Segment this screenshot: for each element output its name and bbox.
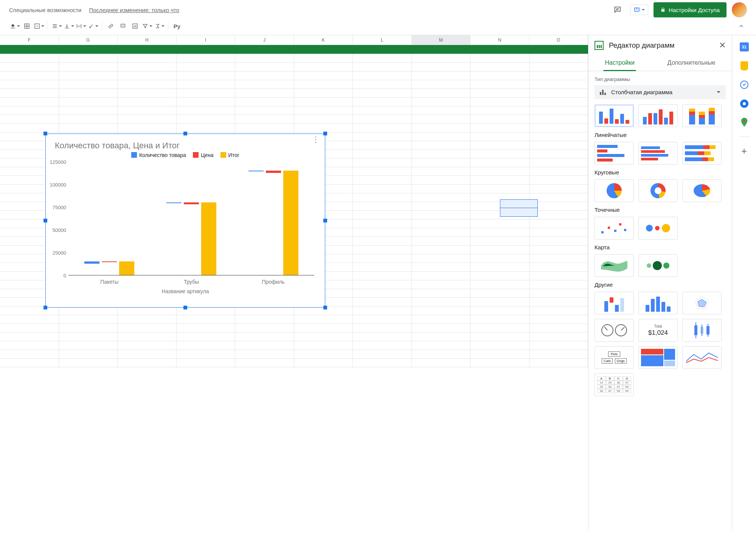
charttype-grouped-column[interactable] xyxy=(638,104,678,127)
present-button[interactable] xyxy=(630,5,648,15)
add-addon-icon[interactable]: + xyxy=(739,146,749,156)
rotate-text-button[interactable] xyxy=(87,20,99,32)
section-map: Карта xyxy=(595,244,726,250)
insert-chart-button[interactable] xyxy=(129,20,141,32)
charttype-timeline[interactable] xyxy=(682,346,722,369)
chart-plot: 0250005000075000100000125000ПакетыТрубыП… xyxy=(68,162,314,275)
charttype-org[interactable]: Pets Cats Dogs xyxy=(595,346,634,369)
charttype-stacked-bar[interactable] xyxy=(682,142,722,165)
resize-handle[interactable] xyxy=(43,306,47,309)
charttype-donut[interactable] xyxy=(638,179,678,202)
share-button[interactable]: Настройки Доступа xyxy=(654,2,727,17)
charttype-3d-pie[interactable] xyxy=(682,179,722,202)
column-header[interactable]: J xyxy=(235,35,294,45)
charttype-candlestick[interactable] xyxy=(682,319,722,342)
h-align-button[interactable] xyxy=(51,20,62,32)
tab-setup[interactable]: Настройки xyxy=(603,56,636,71)
column-header[interactable]: N xyxy=(470,35,529,45)
org-child: Dogs xyxy=(615,358,627,364)
input-tools-button[interactable]: Ру xyxy=(171,20,183,32)
column-header[interactable]: F xyxy=(0,35,59,45)
chart-type-label: Тип диаграммы xyxy=(595,76,726,82)
svg-point-7 xyxy=(743,120,745,122)
org-child: Cats xyxy=(602,358,613,364)
scorecard-value: $1,024 xyxy=(648,329,668,337)
legend-item: Итог xyxy=(220,152,239,158)
resize-handle[interactable] xyxy=(183,132,187,135)
chart-type-select[interactable]: Столбчатая диаграмма xyxy=(595,85,726,99)
chart-editor-panel: Редактор диаграмм ✕ Настройки Дополнител… xyxy=(588,35,732,531)
section-other: Другие xyxy=(595,281,726,288)
borders-button[interactable] xyxy=(21,20,33,32)
keep-icon[interactable] xyxy=(739,61,749,71)
charttype-bar[interactable] xyxy=(595,142,634,165)
charttype-geo[interactable] xyxy=(595,254,634,277)
chart-menu-icon[interactable]: ⋮ xyxy=(312,138,320,141)
charttype-scorecard[interactable]: Total $1,024 xyxy=(638,319,678,342)
charttype-gauge[interactable] xyxy=(595,319,634,342)
org-root: Pets xyxy=(608,351,620,357)
column-header[interactable]: K xyxy=(294,35,353,45)
caret-down-icon xyxy=(642,9,645,12)
last-edit-link[interactable]: Последнее изменение: только что xyxy=(89,7,180,13)
comments-icon[interactable] xyxy=(610,3,625,17)
resize-handle[interactable] xyxy=(323,306,327,309)
chart-type-value: Столбчатая диаграмма xyxy=(611,89,672,95)
resize-handle[interactable] xyxy=(43,219,47,222)
charttype-pie[interactable] xyxy=(595,179,634,202)
svg-marker-6 xyxy=(698,299,706,307)
chart-title: Количество товара, Цена и Итог xyxy=(46,134,325,152)
maps-icon[interactable] xyxy=(739,118,749,127)
column-header[interactable]: L xyxy=(353,35,412,45)
column-header[interactable]: I xyxy=(177,35,236,45)
column-header[interactable]: M xyxy=(412,35,471,45)
spreadsheet-area[interactable]: FGHIJKLMNO ⋮ Количество товара, Цена и И… xyxy=(0,35,588,531)
menubar: Специальные возможности Последнее измене… xyxy=(0,0,756,17)
section-scatter: Точечные xyxy=(595,207,726,213)
scorecard-label: Total xyxy=(654,324,662,328)
calendar-icon[interactable]: 31 xyxy=(739,42,749,52)
v-align-button[interactable] xyxy=(63,20,75,32)
filter-button[interactable] xyxy=(141,20,153,32)
charttype-waterfall[interactable] xyxy=(595,292,634,314)
fill-color-button[interactable] xyxy=(9,20,20,32)
wrap-text-button[interactable] xyxy=(75,20,87,32)
legend-item: Цена xyxy=(193,152,214,158)
resize-handle[interactable] xyxy=(323,219,327,222)
charttype-geo-markers[interactable] xyxy=(638,254,678,277)
legend-item: Количество товара xyxy=(131,152,186,158)
charttype-column[interactable] xyxy=(595,104,634,127)
functions-button[interactable] xyxy=(154,20,165,32)
chart-object[interactable]: ⋮ Количество товара, Цена и Итог Количес… xyxy=(45,134,325,308)
charttype-table[interactable]: ABCD142536472536475836475869 xyxy=(595,373,634,396)
resize-handle[interactable] xyxy=(183,306,187,309)
insert-link-button[interactable] xyxy=(105,20,116,32)
charttype-bubble[interactable] xyxy=(638,217,678,239)
charttype-stacked-column[interactable] xyxy=(682,104,722,127)
section-bar-horizontal: Линейчатые xyxy=(595,132,726,138)
collapse-toolbar-button[interactable] xyxy=(736,20,747,32)
close-icon[interactable]: ✕ xyxy=(719,40,726,50)
share-button-label: Настройки Доступа xyxy=(669,7,720,13)
tab-customize[interactable]: Дополнительные xyxy=(666,56,717,71)
toolbar: Ру xyxy=(0,17,756,35)
charttype-grouped-bar[interactable] xyxy=(638,142,678,165)
merge-cells-button[interactable] xyxy=(33,20,45,32)
bar-chart-icon xyxy=(600,90,607,95)
avatar[interactable] xyxy=(732,2,747,17)
column-header[interactable]: G xyxy=(59,35,118,45)
resize-handle[interactable] xyxy=(323,132,327,135)
tasks-icon[interactable] xyxy=(739,80,749,90)
charttype-radar[interactable] xyxy=(682,292,722,314)
accessibility-menu[interactable]: Специальные возможности xyxy=(9,7,82,13)
contacts-icon[interactable] xyxy=(739,99,749,109)
column-header[interactable]: O xyxy=(529,35,588,45)
resize-handle[interactable] xyxy=(43,132,47,135)
charttype-scatter[interactable] xyxy=(595,217,634,239)
charttype-histogram[interactable] xyxy=(638,292,678,314)
insert-comment-button[interactable] xyxy=(117,20,129,32)
header-row xyxy=(0,45,588,54)
chevron-down-icon xyxy=(717,91,720,95)
charttype-treemap[interactable] xyxy=(638,346,678,369)
column-header[interactable]: H xyxy=(118,35,177,45)
